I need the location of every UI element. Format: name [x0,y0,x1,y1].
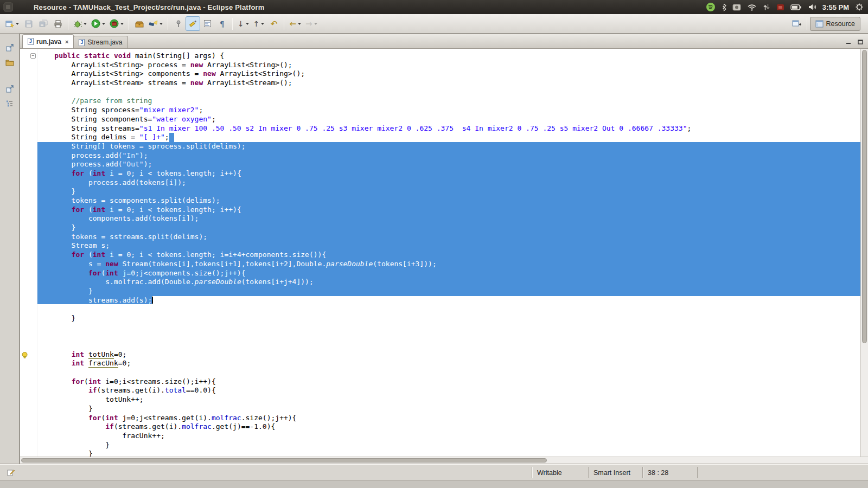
network-traffic-icon[interactable] [763,3,770,11]
tab-stream-java[interactable]: J Stream.java [73,36,127,48]
code-line[interactable]: for (int i = 0; i < tokens.length; i++){ [37,169,860,178]
code-line[interactable]: streams.add(s); [37,296,860,305]
status-bar: Writable Smart Insert 38 : 28 [0,464,868,480]
code-line[interactable]: s.molfrac.add(Double.parseDouble(tokens[… [37,278,860,287]
external-tools-button[interactable] [107,16,126,31]
code-line[interactable]: process.add("In"); [37,151,860,160]
volume-icon[interactable] [808,3,816,11]
window-app-icon[interactable] [3,2,13,12]
spotify-icon[interactable] [706,2,716,12]
print-button[interactable] [50,16,65,31]
horizontal-scrollbar-thumb[interactable] [21,458,547,463]
next-annotation-button[interactable]: ↓ [235,16,251,31]
code-line[interactable]: if(streams.get(i).total==0.0){ [37,386,860,395]
camera-tray-icon[interactable] [732,4,741,11]
code-line[interactable]: for(int j=0;j<components.size();j++){ [37,269,860,278]
code-line[interactable]: ArrayList<Stream> streams = new ArrayLis… [37,79,860,88]
code-line[interactable]: for (int i = 0; i < tokens.length; i=i+4… [37,251,860,260]
wifi-icon[interactable] [747,3,757,11]
dropdown-arrow-icon [298,23,301,25]
code-line[interactable]: String sstreams="s1 In mixer 100 .50 .50… [37,124,860,133]
horizontal-scrollbar[interactable] [20,457,868,464]
code-line[interactable]: } [37,314,860,323]
left-view-trim [0,34,20,464]
run-button[interactable] [89,16,107,31]
code-line[interactable] [37,341,860,350]
code-line[interactable]: ArrayList<String> process = new ArrayLis… [37,61,860,70]
tab-run-java[interactable]: J run.java × [22,34,74,48]
outline-view-button[interactable] [3,97,17,110]
code-line[interactable]: for(int i=0;i<streams.size();i++){ [37,377,860,387]
project-explorer-button[interactable] [3,56,17,69]
code-line[interactable]: //parse from string [37,97,860,106]
bluetooth-icon[interactable] [722,3,726,11]
save-button[interactable] [21,16,36,31]
fold-collapse-icon[interactable]: − [30,53,36,59]
battery-icon[interactable] [790,4,802,10]
code-line[interactable] [37,368,860,377]
code-line[interactable]: String sprocess="mixer mixer2"; [37,106,860,115]
code-line[interactable]: for(int j=0;j<streams.get(i).molfrac.siz… [37,414,860,423]
session-menu-icon[interactable] [855,3,864,11]
save-all-button[interactable] [36,16,50,31]
warning-marker-icon[interactable] [21,351,28,358]
code-line[interactable]: tokens = sstreams.split(delims); [37,233,860,242]
minimize-editor-button[interactable] [844,37,853,46]
toolbox-button[interactable] [132,16,146,31]
code-line[interactable]: fracUnk++; [37,432,860,441]
annotation-ruler[interactable] [20,49,29,457]
code-line[interactable]: } [37,287,860,296]
code-line[interactable] [37,88,860,97]
folding-ruler[interactable]: − [29,49,37,457]
code-line[interactable]: components.add(tokens[i]); [37,214,860,223]
code-line[interactable]: String scomponents="water oxygen"; [37,115,860,124]
code-line[interactable] [37,332,860,341]
new-wizard-button[interactable] [3,16,21,31]
code-line[interactable]: } [37,187,860,196]
code-line[interactable]: int fracUnk=0; [37,359,860,368]
dropdown-arrow-icon [120,23,124,25]
tab-close-icon[interactable]: × [65,39,68,44]
search-button[interactable] [146,16,165,31]
recorder-icon[interactable] [776,4,784,11]
code-line[interactable]: process.add(tokens[i]); [37,178,860,188]
code-line[interactable]: } [37,223,860,233]
code-line[interactable]: s = new Stream(tokens[i],tokens[i+1],tok… [37,260,860,269]
code-line[interactable]: ArrayList<String> components = new Array… [37,69,860,79]
code-line[interactable]: if(streams.get(i).molfrac.get(j)==-1.0){ [37,422,860,432]
code-line[interactable]: for (int i = 0; i < tokens.length; i++){ [37,206,860,215]
mark-occurrences-toggle[interactable] [186,16,200,31]
debug-button[interactable] [71,16,89,31]
show-selected-element-toggle[interactable] [200,16,215,31]
restore-view-button[interactable] [3,82,17,95]
code-line[interactable] [37,305,860,314]
code-line[interactable]: } [37,441,860,450]
maximize-editor-button[interactable] [856,37,865,46]
vertical-scrollbar[interactable] [860,49,868,457]
forward-button[interactable]: → [303,16,320,31]
code-line[interactable]: Stream s; [37,241,860,251]
code-area[interactable]: public static void main(String[] args) {… [37,49,860,457]
code-line[interactable]: public static void main(String[] args) { [37,52,860,61]
code-line[interactable] [37,323,860,332]
code-line[interactable]: process.add("Out"); [37,160,860,169]
vertical-scrollbar-thumb[interactable] [862,50,867,343]
code-line[interactable]: tokens = scomponents.split(delims); [37,196,860,206]
code-line[interactable]: totUnk++; [37,395,860,404]
show-whitespace-toggle[interactable]: ¶ [215,16,229,31]
status-trim-icon[interactable] [7,468,15,477]
pin-editor-button[interactable] [171,16,186,31]
restore-view-button[interactable] [3,41,17,54]
open-perspective-button[interactable] [789,16,804,31]
back-button[interactable]: ← [287,16,303,31]
code-line[interactable]: } [37,450,860,457]
text-caret [152,297,153,304]
previous-annotation-button[interactable]: ↑ [251,16,267,31]
resource-perspective-button[interactable]: Resource [810,17,861,31]
code-line[interactable]: } [37,404,860,414]
last-edit-location-button[interactable]: ↶ [266,16,281,31]
clock[interactable]: 3:55 PM [822,3,849,11]
code-line[interactable]: String delims = "[ ]+"; [37,133,860,142]
code-line[interactable]: String[] tokens = sprocess.split(delims)… [37,142,860,151]
code-line[interactable]: int totUnk=0; [37,350,860,359]
